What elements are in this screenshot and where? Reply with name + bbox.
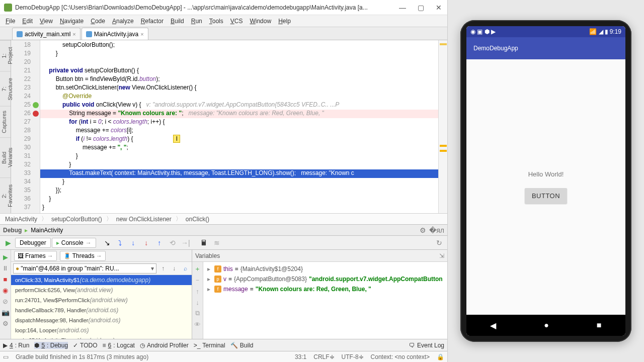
- breadcrumb-item[interactable]: MainActivity: [3, 216, 39, 223]
- tool-window-button[interactable]: >_Terminal: [194, 342, 225, 349]
- console-tab[interactable]: ▸Console→: [52, 238, 96, 248]
- tool-window-button[interactable]: ▶4: Run: [3, 342, 29, 349]
- file-encoding[interactable]: UTF-8≑: [342, 353, 364, 360]
- menu-tools[interactable]: Tools: [206, 18, 227, 25]
- resume-button[interactable]: ▶: [1, 252, 11, 262]
- stop-button[interactable]: ■: [1, 274, 11, 284]
- evaluate-expression-button[interactable]: 🖩: [198, 237, 210, 248]
- tool-window-button[interactable]: ⬢5: Debug: [34, 342, 68, 349]
- menu-run[interactable]: Run: [188, 18, 206, 25]
- event-log-button[interactable]: 🗨Event Log: [409, 342, 444, 349]
- menu-build[interactable]: Build: [167, 18, 188, 25]
- step-into-button[interactable]: ↓: [127, 237, 139, 248]
- show-watches-button[interactable]: 👁: [193, 319, 203, 329]
- filter-frames-button[interactable]: ⌕: [181, 264, 190, 273]
- file-tab[interactable]: MainActivity.java×: [82, 28, 148, 40]
- pause-button[interactable]: ⏸: [1, 263, 11, 273]
- menu-refactor[interactable]: Refactor: [137, 18, 167, 25]
- debugger-tab[interactable]: Debugger: [15, 238, 51, 248]
- stack-frame[interactable]: main:6541, ActivityThread (android.app): [11, 335, 192, 339]
- force-step-into-button[interactable]: ↓: [140, 237, 152, 248]
- refresh-icon[interactable]: ↻: [433, 237, 445, 248]
- prev-frame-button[interactable]: ↑: [158, 264, 168, 273]
- menu-help[interactable]: Help: [275, 18, 294, 25]
- hide-icon[interactable]: �ял: [429, 226, 444, 234]
- run-config-icon: ▸: [25, 227, 28, 234]
- tool-tab[interactable]: 2: Favorites: [0, 177, 11, 213]
- copy-button[interactable]: ⧉: [193, 308, 203, 318]
- stack-frame[interactable]: run:24701, View$PerformClick (android.vi…: [11, 295, 192, 305]
- variable-row[interactable]: ▸pv = {AppCompatButton@5083} "android.su…: [205, 274, 445, 284]
- view-breakpoints-button[interactable]: ◉: [1, 285, 11, 295]
- tool-tab[interactable]: Build Variants: [0, 137, 11, 177]
- frames-list[interactable]: onClick:33, MainActivity$1 (ca.demo.demo…: [11, 275, 192, 339]
- stack-frame[interactable]: dispatchMessage:98, Handler (android.os): [11, 315, 192, 325]
- hello-text: Hello World!: [528, 170, 564, 178]
- tool-window-button[interactable]: 🔨Build: [230, 342, 254, 349]
- move-down-button[interactable]: ↓: [193, 297, 203, 307]
- menu-navigate[interactable]: Navigate: [56, 18, 87, 25]
- step-out-button[interactable]: ↑: [153, 237, 166, 248]
- run-to-cursor-button[interactable]: →|: [180, 237, 192, 248]
- tool-tab[interactable]: 1: Project: [0, 40, 11, 71]
- remove-watch-button[interactable]: －: [193, 275, 203, 285]
- close-button[interactable]: ✕: [434, 3, 443, 12]
- new-watch-button[interactable]: ＋: [193, 264, 203, 274]
- move-up-button[interactable]: ↑: [193, 286, 203, 296]
- back-button[interactable]: ◀: [490, 321, 496, 330]
- settings-icon[interactable]: ⚙: [420, 226, 426, 234]
- android-nav-bar: ◀ ● ■: [466, 315, 625, 336]
- file-tab[interactable]: activity_main.xml×: [12, 28, 80, 40]
- tool-tab[interactable]: 7: Structure: [0, 71, 11, 106]
- maximize-button[interactable]: ▢: [416, 3, 425, 12]
- stack-frame[interactable]: loop:164, Looper (android.os): [11, 325, 192, 335]
- breadcrumb-item[interactable]: onClick(): [184, 216, 211, 223]
- variables-list[interactable]: ▸fthis = {MainActivity$1@5204}▸pv = {App…: [203, 262, 447, 339]
- menu-edit[interactable]: Edit: [19, 18, 36, 25]
- expand-icon[interactable]: ▸: [207, 286, 212, 293]
- lock-icon[interactable]: 🔒: [437, 353, 444, 360]
- expand-icon[interactable]: ▸: [207, 276, 212, 283]
- expand-icon[interactable]: ⇲: [439, 252, 444, 259]
- thread-selector[interactable]: ● "main"@4,668 in group "main": RU...▾: [13, 263, 156, 274]
- android-app-bar: DemoDebugApp: [466, 37, 625, 59]
- variable-row[interactable]: ▸fmessage = "Known colours are: Red, Gre…: [205, 284, 445, 294]
- drop-frame-button[interactable]: ⟲: [167, 237, 179, 248]
- rerun-button[interactable]: ▶: [2, 237, 14, 248]
- tool-window-button[interactable]: ✓TODO: [73, 342, 97, 349]
- close-tab-icon[interactable]: ×: [140, 31, 143, 37]
- tool-tab[interactable]: Captures: [0, 106, 11, 137]
- mute-breakpoints-button[interactable]: ⊘: [1, 296, 11, 306]
- menu-vcs[interactable]: VCS: [227, 18, 247, 25]
- breadcrumb-item[interactable]: new OnClickListener: [114, 216, 174, 223]
- home-button[interactable]: ●: [544, 321, 549, 330]
- menu-file[interactable]: File: [2, 18, 19, 25]
- variable-row[interactable]: ▸fthis = {MainActivity$1@5204}: [205, 264, 445, 274]
- show-execution-point-button[interactable]: ↘: [101, 237, 113, 248]
- get-thread-dump-button[interactable]: 📷: [1, 307, 11, 317]
- frames-tab[interactable]: 🖼Frames→: [14, 251, 57, 261]
- recents-button[interactable]: ■: [597, 321, 602, 330]
- next-frame-button[interactable]: ↓: [170, 264, 179, 273]
- menu-window[interactable]: Window: [246, 18, 275, 25]
- threads-tab[interactable]: 🧵Threads→: [60, 251, 106, 261]
- stack-frame[interactable]: onClick:33, MainActivity$1 (ca.demo.demo…: [11, 275, 192, 285]
- menu-code[interactable]: Code: [87, 18, 109, 25]
- step-over-button[interactable]: ⤵: [114, 237, 126, 248]
- tool-window-button[interactable]: ≡6: Logcat: [103, 342, 135, 349]
- breadcrumb-item[interactable]: setupColorButton(): [49, 216, 104, 223]
- demo-button[interactable]: BUTTON: [525, 188, 567, 204]
- tool-window-button[interactable]: ◷Android Profiler: [140, 342, 189, 349]
- stack-frame[interactable]: performClick:6256, View (android.view): [11, 285, 192, 295]
- code-editor[interactable]: setupColorButton(); } private void setup…: [40, 40, 438, 213]
- bottom-tool-bar: ▶4: Run⬢5: Debug✓TODO≡6: Logcat◷Android …: [0, 339, 447, 351]
- menu-analyze[interactable]: Analyze: [109, 18, 137, 25]
- line-separator[interactable]: CRLF≑: [313, 353, 334, 360]
- close-tab-icon[interactable]: ×: [72, 31, 75, 37]
- settings-button[interactable]: ⚙: [1, 318, 11, 328]
- menu-view[interactable]: View: [36, 18, 56, 25]
- expand-icon[interactable]: ▸: [207, 265, 212, 273]
- stack-frame[interactable]: handleCallback:789, Handler (android.os): [11, 305, 192, 315]
- trace-button[interactable]: ≋: [211, 237, 223, 248]
- minimize-button[interactable]: —: [398, 3, 407, 12]
